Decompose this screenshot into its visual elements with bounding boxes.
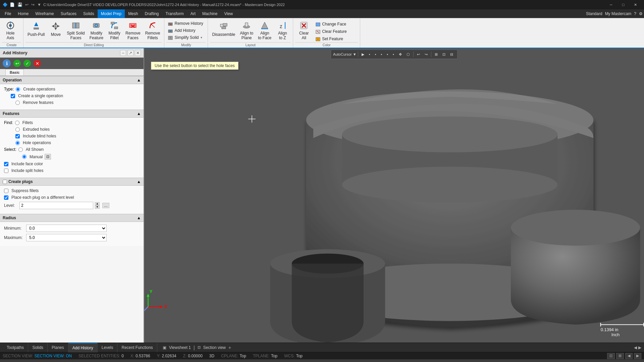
- level-browse-button[interactable]: …: [102, 203, 109, 208]
- 3d-canvas[interactable]: X Y Z 0.1394 in Inch: [144, 48, 644, 343]
- menu-file[interactable]: File: [1, 9, 14, 18]
- menu-drafting[interactable]: Drafting: [141, 9, 162, 18]
- menu-wireframe[interactable]: Wireframe: [32, 9, 57, 18]
- infobar-btn1[interactable]: ⊡: [607, 353, 615, 359]
- vp-btn-5[interactable]: •: [385, 52, 390, 57]
- max-radius-input[interactable]: 5.0: [26, 234, 107, 241]
- clear-all-button[interactable]: ClearAll: [295, 19, 313, 41]
- remove-faces-button[interactable]: RemoveFaces: [123, 19, 143, 41]
- find-hole-ops-radio[interactable]: [15, 141, 20, 145]
- panel-minus-button[interactable]: –: [120, 50, 126, 56]
- vp-btn-13[interactable]: ⊟: [448, 52, 455, 57]
- level-up-button[interactable]: ▲: [95, 202, 100, 205]
- tab-toolpaths[interactable]: Toolpaths: [3, 343, 28, 352]
- panel-arrow-button[interactable]: ↗: [127, 50, 133, 56]
- undo-icon[interactable]: ↩: [25, 2, 29, 7]
- create-plugs-checkbox[interactable]: [3, 180, 7, 184]
- save-icon[interactable]: 💾: [17, 2, 22, 7]
- level-down-button[interactable]: ▼: [95, 205, 100, 209]
- help-icon[interactable]: ?: [634, 11, 636, 16]
- simplify-solid-dropdown-icon[interactable]: ▼: [200, 36, 203, 39]
- select-manual-radio[interactable]: [22, 155, 26, 159]
- min-radius-input[interactable]: 0.0: [26, 225, 107, 232]
- align-to-plane-button[interactable]: Align toPlane: [238, 19, 255, 41]
- more-icon[interactable]: ▼: [37, 2, 41, 7]
- tab-add-history[interactable]: Add History: [68, 343, 98, 352]
- select-all-radio[interactable]: [18, 147, 23, 152]
- tab-planes[interactable]: Planes: [48, 343, 68, 352]
- place-plug-checkbox[interactable]: [4, 195, 8, 200]
- vp-btn-12[interactable]: ⊡: [440, 52, 447, 57]
- push-pull-button[interactable]: Push-Pull: [25, 19, 47, 41]
- vp-btn-2[interactable]: •: [367, 52, 372, 57]
- type-create-radio[interactable]: [16, 87, 20, 92]
- redo-icon[interactable]: ↪: [31, 2, 35, 7]
- align-to-face-button[interactable]: Alignto Face: [256, 19, 273, 41]
- level-input[interactable]: [19, 202, 93, 209]
- section-view-label[interactable]: Section view: [203, 345, 226, 350]
- vp-btn-7[interactable]: ✥: [397, 52, 404, 57]
- find-extruded-radio[interactable]: [15, 127, 20, 132]
- vp-btn-3[interactable]: •: [373, 52, 378, 57]
- tab-solids[interactable]: Solids: [28, 343, 48, 352]
- split-solid-faces-button[interactable]: Split SolidFaces: [65, 19, 87, 41]
- single-op-checkbox[interactable]: [11, 94, 15, 98]
- infobar-btn2[interactable]: ⊞: [616, 353, 624, 359]
- operation-section-header[interactable]: Operation ▲: [0, 76, 144, 84]
- disassemble-button[interactable]: Disassemble: [210, 19, 237, 41]
- hole-axis-button[interactable]: HoleAxis: [2, 19, 19, 41]
- menu-view[interactable]: View: [221, 9, 236, 18]
- clear-feature-button[interactable]: Clear Feature: [314, 28, 348, 35]
- include-blind-checkbox[interactable]: [15, 134, 20, 138]
- change-face-button[interactable]: Change Face: [314, 21, 348, 27]
- settings-icon[interactable]: ⚙: [639, 11, 643, 16]
- simplify-solid-button[interactable]: Simplify Solid ▼: [166, 34, 204, 41]
- features-section-header[interactable]: Features ▲: [0, 110, 144, 118]
- vp-btn-4[interactable]: •: [379, 52, 384, 57]
- vp-btn-11[interactable]: ⊞: [433, 52, 440, 57]
- infobar-btn4[interactable]: ▶: [634, 353, 641, 359]
- vp-btn-9[interactable]: ↩: [415, 52, 422, 57]
- set-feature-button[interactable]: Set Feature: [314, 36, 348, 42]
- menu-surfaces[interactable]: Surfaces: [57, 9, 80, 18]
- panel-ok1-button[interactable]: ↩: [13, 60, 21, 67]
- panel-ok2-button[interactable]: ✓: [23, 60, 31, 67]
- menu-solids[interactable]: Solids: [80, 9, 98, 18]
- create-plugs-header[interactable]: Create plugs ▲: [0, 178, 144, 186]
- vp-btn-6[interactable]: •: [391, 52, 396, 57]
- remove-fillets-button[interactable]: RemoveFillets: [143, 19, 162, 41]
- face-color-checkbox[interactable]: [4, 162, 8, 166]
- vp-btn-10[interactable]: ↪: [423, 52, 430, 57]
- find-fillets-radio[interactable]: [15, 121, 19, 125]
- section-view-add[interactable]: +: [228, 345, 231, 350]
- menu-art[interactable]: Art: [187, 9, 199, 18]
- menu-home[interactable]: Home: [14, 9, 32, 18]
- remove-history-button[interactable]: Remove History: [166, 20, 204, 27]
- select-tool-button[interactable]: ⊡: [45, 154, 51, 160]
- tab-levels[interactable]: Levels: [98, 343, 118, 352]
- infobar-btn3[interactable]: ◀: [625, 353, 633, 359]
- type-remove-radio[interactable]: [15, 101, 20, 105]
- scroll-left[interactable]: ◀: [634, 345, 637, 350]
- vp-btn-8[interactable]: ⬡: [405, 52, 412, 57]
- tab-recent-functions[interactable]: Recent Functions: [117, 343, 157, 352]
- minimize-button[interactable]: ─: [605, 0, 617, 9]
- menu-machine[interactable]: Machine: [199, 9, 221, 18]
- align-to-z-button[interactable]: Z Alignto Z: [274, 19, 291, 41]
- split-holes-checkbox[interactable]: [4, 169, 8, 173]
- panel-close-button[interactable]: ✕: [135, 50, 141, 56]
- autocursor-dropdown[interactable]: AutoCursor ▼: [333, 52, 357, 56]
- radius-section-header[interactable]: Radius ▲: [0, 214, 144, 222]
- viewsheet-label[interactable]: Viewsheet 1: [169, 345, 191, 350]
- add-history-button[interactable]: Add History: [166, 27, 204, 34]
- modify-fillet-button[interactable]: ModifyFillet: [106, 19, 123, 41]
- menu-mesh[interactable]: Mesh: [125, 9, 141, 18]
- panel-info-button[interactable]: ℹ: [3, 59, 11, 67]
- move-button[interactable]: Move: [47, 19, 64, 41]
- suppress-fillets-checkbox[interactable]: [4, 189, 8, 193]
- tab-basic[interactable]: Basic: [5, 69, 24, 75]
- file-icon[interactable]: 📄: [10, 2, 15, 7]
- maximize-button[interactable]: □: [617, 0, 629, 9]
- menu-model-prep[interactable]: Model Prep: [98, 9, 125, 18]
- scroll-right[interactable]: ▶: [638, 345, 641, 350]
